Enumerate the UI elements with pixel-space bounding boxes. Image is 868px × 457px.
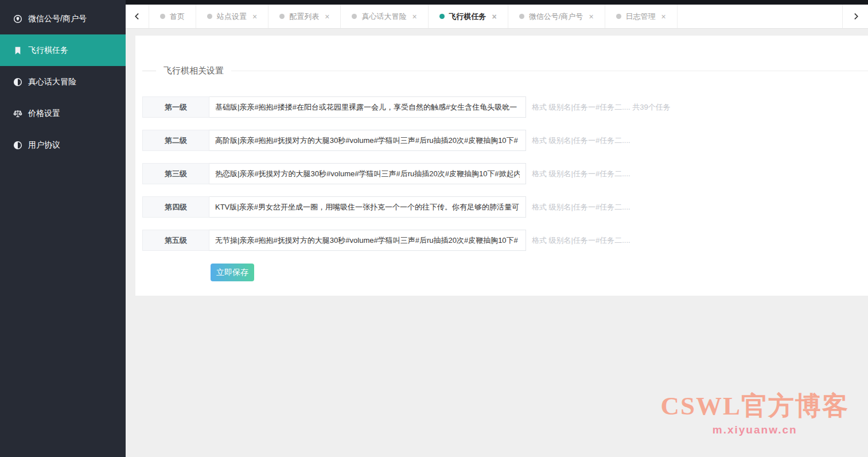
- tab-label: 站点设置: [217, 11, 247, 22]
- section-divider: 飞行棋相关设置: [142, 64, 868, 77]
- close-icon[interactable]: ×: [252, 13, 257, 21]
- close-icon[interactable]: ×: [661, 13, 666, 21]
- sidebar-item-truth-or-dare[interactable]: 真心话大冒险: [0, 66, 126, 98]
- tab-bar: 首页 站点设置 × 配置列表 × 真心话大冒险 × 飞行棋任务 × 微信公号/商…: [126, 5, 868, 29]
- tab-label: 真心话大冒险: [361, 11, 406, 22]
- tab-status-dot: [352, 14, 357, 19]
- tab-wechat-account[interactable]: 微信公号/商户号 ×: [508, 5, 605, 28]
- watermark-title: CSWL官方博客: [660, 392, 849, 421]
- level-1-row: 第一级 格式 级别名|任务一#任务二.... 共39个任务: [142, 96, 868, 118]
- scales-icon: [13, 109, 22, 118]
- save-button[interactable]: 立即保存: [211, 264, 254, 281]
- sidebar-item-label: 微信公号/商户号: [28, 14, 87, 24]
- close-icon[interactable]: ×: [589, 13, 593, 21]
- tab-label: 首页: [170, 11, 185, 22]
- wechat-official-account-icon: [13, 14, 22, 24]
- level-2-label: 第二级: [142, 130, 209, 151]
- tab-site-settings[interactable]: 站点设置 ×: [196, 5, 268, 28]
- tabs-scroll-left-button[interactable]: [126, 5, 149, 28]
- tab-label: 配置列表: [289, 11, 319, 22]
- close-icon[interactable]: ×: [492, 13, 497, 21]
- sidebar-item-label: 飞行棋任务: [28, 45, 68, 56]
- tab-home[interactable]: 首页: [149, 5, 196, 28]
- tab-truth-or-dare[interactable]: 真心话大冒险 ×: [341, 5, 428, 28]
- sidebar-item-user-agreement[interactable]: 用户协议: [0, 129, 126, 161]
- sidebar-item-label: 用户协议: [28, 140, 60, 150]
- level-3-input[interactable]: [209, 163, 526, 184]
- level-2-input[interactable]: [209, 130, 526, 151]
- tab-label: 日志管理: [626, 11, 656, 22]
- level-3-row: 第三级 格式 级别名|任务一#任务二....: [142, 163, 868, 184]
- level-5-input[interactable]: [209, 230, 526, 251]
- tab-status-dot: [616, 14, 621, 19]
- watermark-url: m.xiyuanw.cn: [660, 424, 849, 436]
- level-rows: 第一级 格式 级别名|任务一#任务二.... 共39个任务 第二级 格式 级别名…: [142, 96, 868, 251]
- sidebar-item-label: 价格设置: [28, 109, 60, 119]
- bookmark-icon: [13, 45, 22, 55]
- level-1-hint: 格式 级别名|任务一#任务二.... 共39个任务: [532, 102, 671, 113]
- tab-status-dot: [160, 14, 165, 19]
- sidebar: 微信公号/商户号 飞行棋任务 真心话大冒险 价格设置 用户协议: [0, 0, 126, 457]
- level-1-label: 第一级: [142, 96, 209, 118]
- level-2-row: 第二级 格式 级别名|任务一#任务二....: [142, 130, 868, 151]
- level-4-label: 第四级: [142, 196, 209, 218]
- tab-config-list[interactable]: 配置列表 ×: [268, 5, 341, 28]
- tab-status-dot: [207, 14, 212, 19]
- level-3-hint: 格式 级别名|任务一#任务二....: [532, 169, 630, 179]
- top-dark-strip: [126, 0, 868, 5]
- level-4-row: 第四级 格式 级别名|任务一#任务二....: [142, 196, 868, 218]
- level-4-input[interactable]: [209, 196, 526, 218]
- section-title: 飞行棋相关设置: [164, 65, 224, 76]
- close-icon[interactable]: ×: [325, 13, 329, 21]
- sidebar-item-label: 真心话大冒险: [28, 77, 76, 87]
- settings-card: 飞行棋相关设置 第一级 格式 级别名|任务一#任务二.... 共39个任务 第二…: [135, 36, 868, 296]
- level-2-hint: 格式 级别名|任务一#任务二....: [532, 135, 630, 146]
- tab-flight-chess-tasks[interactable]: 飞行棋任务 ×: [429, 5, 508, 28]
- level-5-label: 第五级: [142, 230, 209, 251]
- tab-label: 飞行棋任务: [449, 11, 486, 22]
- level-5-hint: 格式 级别名|任务一#任务二....: [532, 235, 630, 246]
- tab-label: 微信公号/商户号: [529, 11, 583, 22]
- sidebar-item-flight-chess-tasks[interactable]: 飞行棋任务: [0, 34, 126, 66]
- tabbar-spacer: [678, 5, 842, 28]
- half-circle-icon: [13, 140, 22, 150]
- close-icon[interactable]: ×: [412, 13, 417, 21]
- divider-line: [231, 71, 868, 71]
- half-circle-icon: [13, 77, 22, 87]
- watermark: CSWL官方博客 m.xiyuanw.cn: [660, 392, 849, 436]
- tab-log-management[interactable]: 日志管理 ×: [605, 5, 678, 28]
- tab-status-dot: [279, 14, 285, 19]
- tabs-scroll-right-button[interactable]: [842, 5, 868, 28]
- tab-status-dot: [519, 14, 524, 19]
- divider-line: [142, 71, 156, 71]
- level-3-label: 第三级: [142, 163, 209, 184]
- sidebar-item-price-settings[interactable]: 价格设置: [0, 98, 126, 129]
- level-4-hint: 格式 级别名|任务一#任务二....: [532, 202, 630, 212]
- sidebar-item-wechat-account[interactable]: 微信公号/商户号: [0, 3, 126, 34]
- level-1-input[interactable]: [209, 96, 526, 118]
- tab-status-dot: [439, 14, 445, 19]
- level-5-row: 第五级 格式 级别名|任务一#任务二....: [142, 230, 868, 251]
